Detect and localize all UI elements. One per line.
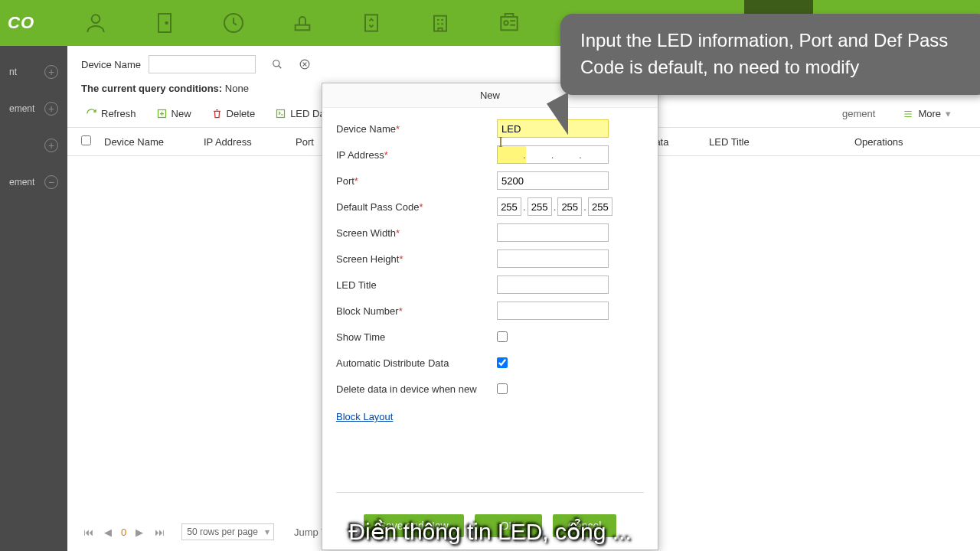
sidebar-item-0[interactable]: nt+: [0, 54, 67, 90]
screen-height-input[interactable]: [497, 249, 609, 268]
new-device-modal: New Device Name* IP Address* . . . Port*…: [322, 83, 658, 550]
plus-icon: +: [44, 139, 58, 152]
elevator-icon[interactable]: [356, 8, 387, 38]
led-title-input[interactable]: [497, 276, 609, 294]
delete-on-new-checkbox[interactable]: [497, 383, 508, 394]
show-time-checkbox[interactable]: [497, 331, 508, 342]
screen-height-label: Screen Height: [336, 253, 399, 265]
svg-rect-4: [296, 25, 310, 31]
col-operations: Operations: [854, 136, 966, 148]
pass-seg-2[interactable]: [528, 197, 552, 216]
sidebar-item-2[interactable]: +: [0, 127, 67, 164]
col-led-title: LED Title: [709, 136, 854, 148]
delete-button[interactable]: Delete: [207, 105, 260, 122]
sidebar-item-3[interactable]: ement−: [0, 164, 67, 201]
save-and-new-button[interactable]: Save and New: [364, 514, 464, 537]
pass-seg-1[interactable]: [497, 197, 521, 216]
first-page-icon[interactable]: ⏮: [81, 525, 95, 539]
ip-seg-2[interactable]: [526, 146, 551, 163]
sidebar-item-1[interactable]: ement+: [0, 90, 67, 127]
prev-page-icon[interactable]: ◀: [101, 525, 115, 539]
col-device-name: Device Name: [104, 136, 204, 148]
svg-point-8: [504, 21, 508, 24]
instruction-callout: Input the LED information, Port and Def …: [560, 14, 980, 95]
last-page-icon[interactable]: ⏭: [152, 525, 166, 539]
next-page-icon[interactable]: ▶: [132, 525, 146, 539]
auto-dist-label: Automatic Distribute Data: [336, 357, 449, 369]
query-label: Device Name: [81, 59, 141, 70]
top-nav: [80, 8, 524, 38]
clock-icon[interactable]: [218, 8, 249, 38]
pass-seg-4[interactable]: [588, 197, 612, 216]
show-time-label: Show Time: [336, 331, 385, 343]
refresh-button[interactable]: Refresh: [81, 105, 141, 122]
device-name-search[interactable]: [149, 55, 256, 73]
ip-seg-1[interactable]: [498, 146, 523, 163]
plus-icon: +: [44, 65, 58, 79]
person-icon[interactable]: [80, 8, 111, 38]
svg-point-0: [92, 15, 100, 23]
pass-seg-3[interactable]: [557, 197, 582, 216]
ok-button[interactable]: OK: [475, 514, 542, 537]
cancel-button[interactable]: Cancel: [553, 514, 617, 537]
block-number-input[interactable]: [497, 302, 609, 320]
port-input[interactable]: [497, 171, 609, 190]
ip-seg-4[interactable]: [582, 146, 607, 163]
sidebar: nt+ ement+ + ement−: [0, 46, 67, 551]
port-label: Port: [336, 175, 354, 187]
building-icon[interactable]: [425, 8, 456, 38]
svg-point-2: [165, 22, 168, 24]
rows-per-page[interactable]: 50 rows per page ▾: [181, 523, 274, 540]
svg-rect-5: [365, 15, 377, 31]
passcode-label: Default Pass Code: [336, 201, 419, 213]
passcode-input[interactable]: . . .: [497, 197, 609, 216]
door-icon[interactable]: [149, 8, 180, 38]
stamp-icon[interactable]: [287, 8, 318, 38]
block-number-label: Block Number: [336, 305, 399, 317]
select-all-checkbox[interactable]: [81, 135, 91, 145]
current-page: 0: [121, 527, 126, 538]
svg-point-9: [273, 60, 279, 67]
auto-distribute-checkbox[interactable]: [497, 357, 508, 368]
ip-label: IP Address: [336, 149, 384, 161]
search-icon[interactable]: [271, 58, 283, 70]
svg-rect-1: [158, 14, 171, 32]
more-button[interactable]: gement More ▾: [842, 108, 951, 119]
ip-seg-3[interactable]: [554, 146, 579, 163]
led-title-label: LED Title: [336, 279, 377, 291]
block-layout-link[interactable]: Block Layout: [336, 411, 393, 422]
screen-width-input[interactable]: [497, 223, 609, 242]
svg-rect-12: [277, 110, 285, 118]
clear-icon[interactable]: [299, 58, 311, 70]
col-ip: IP Address: [204, 136, 296, 148]
delete-on-new-label: Delete data in device when new: [336, 383, 477, 395]
ip-address-input[interactable]: . . .: [497, 145, 609, 164]
screen-width-label: Screen Width: [336, 227, 396, 239]
device-name-label: Device Name: [336, 123, 396, 135]
plus-icon: +: [44, 102, 58, 116]
minus-icon: −: [44, 175, 58, 189]
new-button[interactable]: New: [152, 105, 196, 122]
badge-icon[interactable]: [494, 8, 524, 38]
logo: CO: [8, 13, 34, 33]
